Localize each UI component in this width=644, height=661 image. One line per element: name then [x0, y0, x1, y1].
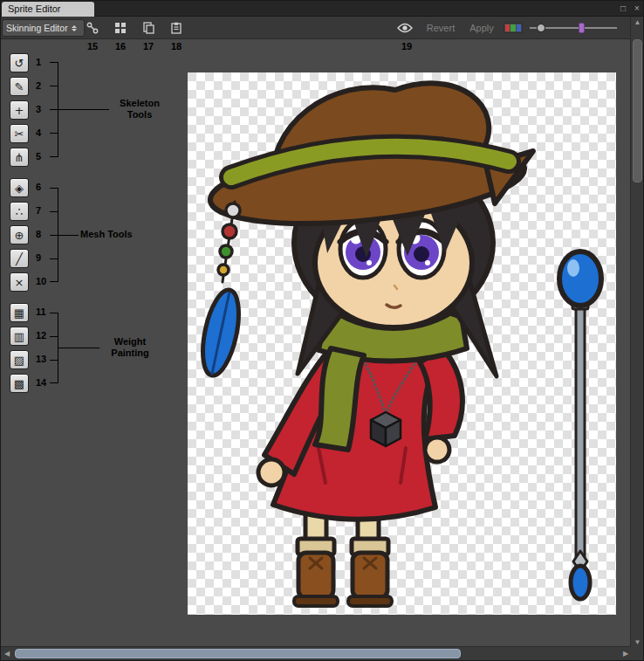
window-close-icon[interactable]: ×	[631, 2, 643, 16]
sprite-character	[188, 72, 616, 615]
vertical-scrollbar[interactable]: ▲ ▼	[630, 17, 643, 648]
visibility-eye-icon[interactable]	[395, 20, 414, 36]
connector-mesh-tools	[58, 235, 79, 236]
zoom-slider-knob[interactable]	[537, 24, 545, 32]
tool-weight-brush[interactable]: ▨	[10, 350, 29, 369]
bracket-weight-painting	[50, 313, 58, 383]
tool-create-bone[interactable]: +	[10, 100, 29, 120]
callout-17: 17	[143, 41, 154, 52]
bracket-tick	[50, 336, 58, 337]
titlebar: Sprite Editor □ ×	[1, 1, 644, 17]
horizontal-scrollbar-thumb[interactable]	[15, 649, 461, 658]
dropdown-caret-icon	[72, 25, 77, 31]
tool-create-vertex[interactable]: ⊕	[10, 225, 29, 244]
tool-preview-pose[interactable]: ↺	[10, 53, 29, 72]
tool-weight-slider[interactable]: ▥	[10, 327, 29, 346]
rgb-alpha-icon[interactable]	[504, 23, 523, 33]
bracket-tick	[50, 235, 58, 236]
callout-15: 15	[87, 41, 98, 52]
tool-edit-geometry[interactable]: ∴	[10, 202, 29, 221]
scroll-up-icon[interactable]: ▲	[631, 17, 644, 28]
skinning-editor-dropdown[interactable]: Skinning Editor	[2, 19, 85, 37]
tool-create-edge[interactable]: ╱	[10, 249, 29, 268]
zoom-slider[interactable]	[530, 27, 617, 29]
callout-18: 18	[171, 41, 182, 52]
apply-button[interactable]: Apply	[464, 20, 499, 36]
tool-split-bone[interactable]: ✂	[10, 124, 29, 143]
label-skeleton-tools: SkeletonTools	[111, 98, 168, 120]
bracket-tick	[50, 258, 58, 259]
bracket-tick	[50, 86, 58, 86]
bracket-tick	[50, 360, 58, 361]
staff-graphic	[559, 251, 601, 599]
vertical-scrollbar-thumb[interactable]	[633, 39, 642, 182]
paste-icon[interactable]	[168, 20, 184, 36]
scroll-left-icon[interactable]: ◀	[1, 647, 13, 661]
tool-bone-influence[interactable]: ▩	[10, 374, 29, 393]
tool-reparent-bone[interactable]: ⋔	[10, 148, 29, 167]
bracket-tick	[50, 133, 58, 134]
window-maximize-icon[interactable]: □	[617, 2, 629, 16]
label-weight-painting: WeightPainting	[101, 336, 159, 359]
tool-auto-geometry[interactable]: ◈	[10, 178, 29, 197]
label-mesh-tools: Mesh Tools	[80, 229, 150, 240]
sprite-viewport[interactable]	[188, 72, 616, 615]
copy-icon[interactable]	[140, 20, 156, 36]
connector-weight-painting	[58, 348, 99, 348]
callout-16: 16	[115, 41, 126, 52]
slider-marker	[579, 23, 585, 33]
tool-auto-weights[interactable]: ▦	[10, 303, 29, 322]
bracket-tick	[50, 211, 58, 212]
window-tab[interactable]: Sprite Editor	[2, 2, 94, 17]
tool-split-edge[interactable]: ×	[10, 272, 29, 292]
bone-icon[interactable]	[85, 20, 100, 36]
mode-dropdown-label: Skinning Editor	[6, 23, 68, 33]
tool-edit-joints[interactable]: ✎	[10, 77, 29, 96]
toolbar: Skinning Editor Revert Apply	[1, 17, 644, 39]
window-title: Sprite Editor	[8, 3, 61, 14]
horizontal-scrollbar[interactable]: ◀ ▶	[1, 646, 632, 660]
sprite-editor-window: Sprite Editor □ × Skinning Editor Revert…	[0, 0, 644, 661]
connector-skeleton-tools	[58, 109, 109, 110]
callout-19: 19	[401, 41, 412, 52]
sprite-sheet-icon[interactable]	[113, 20, 128, 36]
revert-button[interactable]: Revert	[421, 20, 461, 36]
editor-canvas[interactable]: 15 16 17 18 19	[1, 39, 632, 648]
scrollbar-corner	[630, 646, 643, 660]
bracket-tick	[50, 109, 58, 110]
